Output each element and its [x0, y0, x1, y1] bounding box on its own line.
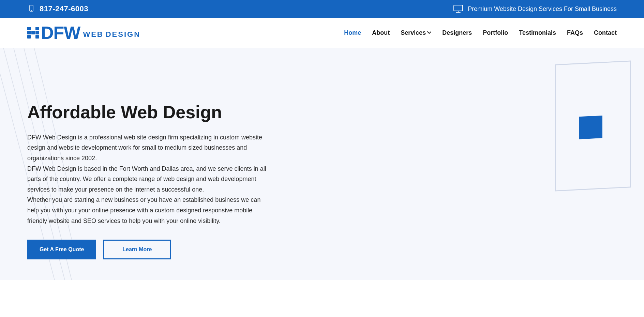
- hero-section: Affordable Web Design DFW Web Design is …: [0, 48, 644, 280]
- logo-web-text: WEB: [83, 30, 103, 42]
- phone-icon: [27, 5, 35, 13]
- top-bar: 817-247-6003 Premium Website Design Serv…: [0, 0, 644, 18]
- logo-grid-icon: [27, 27, 39, 39]
- nav-item-contact[interactable]: Contact: [594, 29, 617, 36]
- logo-dot: [27, 27, 31, 30]
- nav-item-designers[interactable]: Designers: [442, 29, 472, 36]
- phone-number[interactable]: 817-247-6003: [40, 4, 88, 13]
- monitor-icon: [453, 4, 463, 14]
- logo-dot: [31, 27, 35, 30]
- hero-title: Affordable Web Design: [27, 102, 286, 123]
- svg-rect-11: [579, 116, 602, 139]
- logo-dot: [31, 31, 35, 34]
- nav-item-portfolio[interactable]: Portfolio: [483, 29, 508, 36]
- hero-body: DFW Web Design is a professional web sit…: [27, 132, 273, 226]
- hero-content: Affordable Web Design DFW Web Design is …: [0, 48, 314, 280]
- hero-paragraph-3: Whether you are starting a new business …: [27, 195, 273, 226]
- svg-rect-10: [555, 61, 630, 191]
- logo-dot: [31, 35, 35, 39]
- logo-dfw-text: DFW: [41, 24, 80, 42]
- logo-dot: [35, 27, 39, 30]
- logo-dot: [27, 31, 31, 34]
- chevron-down-icon: [427, 31, 431, 35]
- hero-paragraph-1: DFW Web Design is a professional web sit…: [27, 132, 273, 164]
- header: DFW WEB DESIGN Home About Services Desig…: [0, 18, 644, 48]
- logo-design-text: DESIGN: [106, 30, 140, 42]
- nav-item-about[interactable]: About: [372, 29, 390, 36]
- logo-dot: [27, 35, 31, 39]
- hero-buttons: Get A Free Quote Learn More: [27, 240, 286, 259]
- nav-item-services[interactable]: Services: [401, 29, 431, 36]
- hero-paragraph-2: DFW Web Design is based in the Fort Wort…: [27, 164, 273, 195]
- svg-rect-2: [454, 5, 463, 11]
- top-bar-left: 817-247-6003: [27, 4, 88, 13]
- top-bar-right: Premium Website Design Services For Smal…: [453, 4, 617, 14]
- logo-dot: [35, 31, 39, 34]
- tagline: Premium Website Design Services For Smal…: [468, 5, 617, 13]
- main-nav: Home About Services Designers Portfolio …: [344, 29, 617, 36]
- logo[interactable]: DFW WEB DESIGN: [27, 24, 140, 42]
- logo-dot: [35, 35, 39, 39]
- nav-item-faqs[interactable]: FAQs: [567, 29, 583, 36]
- learn-more-button[interactable]: Learn More: [103, 240, 171, 259]
- nav-item-testimonials[interactable]: Testimonials: [519, 29, 556, 36]
- decor-lines-right: [501, 48, 644, 280]
- get-quote-button[interactable]: Get A Free Quote: [27, 240, 96, 259]
- nav-item-home[interactable]: Home: [344, 29, 361, 36]
